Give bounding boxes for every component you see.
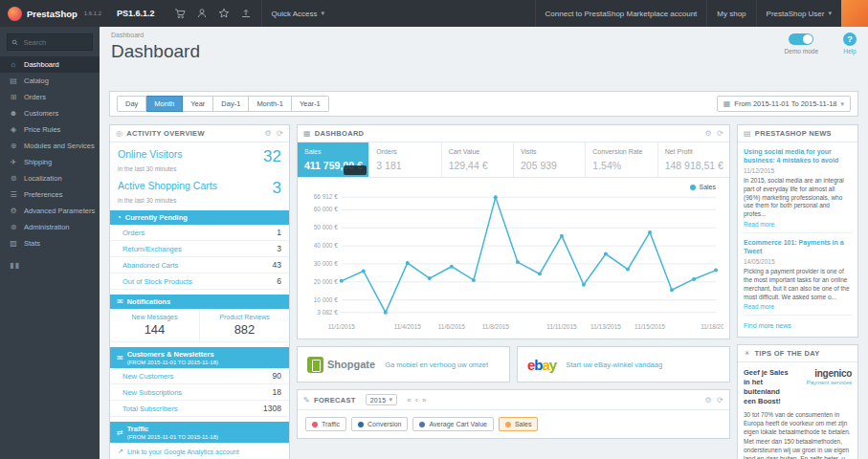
sidebar-item-modules[interactable]: ⊕Modules and Services xyxy=(0,138,100,154)
period-day-button[interactable]: Day xyxy=(117,96,146,112)
news-header-label: PRESTASHOP NEWS xyxy=(755,129,832,138)
period-month-1-button[interactable]: Month-1 xyxy=(249,96,292,112)
row-label: New Customers xyxy=(122,372,173,381)
star-icon[interactable] xyxy=(218,8,230,19)
kpi-value: 148 918,51 € xyxy=(665,160,723,171)
refresh-icon[interactable]: ⟳ xyxy=(717,396,723,404)
active-carts-stat[interactable]: Active Shopping Carts3 in the last 30 mi… xyxy=(110,174,289,206)
date-range-picker[interactable]: ▦ From 2015-11-01 To 2015-11-18 ▾ xyxy=(717,96,851,112)
forecast-sales-button[interactable]: Sales xyxy=(499,417,539,431)
forecast-conversion-button[interactable]: Conversion xyxy=(351,417,408,431)
gear-icon[interactable]: ⚙ xyxy=(265,129,272,138)
sidebar-item-administration[interactable]: ⊛Administration xyxy=(0,219,100,235)
find-more-news-link[interactable]: Find more news xyxy=(744,320,852,332)
kpi-visits[interactable]: Visits 205 939 xyxy=(514,142,586,177)
kpi-value: 205 939 xyxy=(521,160,578,171)
shop-name[interactable]: PS1.6.1.2 xyxy=(107,9,165,18)
sidebar-item-orders[interactable]: ⊞Orders xyxy=(0,89,100,105)
shopgate-link[interactable]: Ga mobiel en verhoog uw omzet xyxy=(385,361,488,369)
ebay-logo: ebay xyxy=(527,357,556,373)
sidebar-item-dashboard[interactable]: ⌂Dashboard xyxy=(0,56,100,73)
ebay-banner[interactable]: ebay Start uw eBay-winkel vandaag xyxy=(517,346,730,382)
first-page-icon[interactable]: « xyxy=(407,396,412,404)
my-shop-link[interactable]: My shop xyxy=(706,0,755,27)
total-subscribers-row[interactable]: Total Subscribers1308 xyxy=(110,401,289,417)
customer-icon[interactable] xyxy=(196,8,208,19)
new-customers-row[interactable]: New Customers90 xyxy=(110,368,289,384)
kpi-row: Sales 411 759,00 € Orders 3 181 Cart Val… xyxy=(298,142,729,178)
pending-returns-row[interactable]: Return/Exchanges3 xyxy=(110,241,289,257)
next-page-icon[interactable]: » xyxy=(422,396,427,404)
sidebar-item-stats[interactable]: ▨Stats xyxy=(0,235,100,251)
svg-text:11/8/2015: 11/8/2015 xyxy=(482,323,510,330)
news-item-title[interactable]: Ecommerce 101: Payments in a Tweet xyxy=(744,238,852,255)
traffic-icon: ⇄ xyxy=(117,428,123,437)
refresh-icon[interactable]: ⟳ xyxy=(277,129,283,138)
marketplace-link[interactable]: Connect to PrestaShop Marketplace accoun… xyxy=(535,0,707,27)
tips-header-label: TIPS OF THE DAY xyxy=(754,349,819,358)
upload-icon[interactable] xyxy=(240,8,252,19)
kpi-conversion-rate[interactable]: Conversion Rate 1.54% xyxy=(586,142,657,177)
sidebar-item-price-rules[interactable]: ◈Price Rules xyxy=(0,121,100,138)
prev-page-icon[interactable]: ‹ xyxy=(415,396,418,404)
calendar-icon: ▦ xyxy=(723,99,731,108)
sidebar-item-catalog[interactable]: ▤Catalog xyxy=(0,73,100,89)
home-icon: ⌂ xyxy=(9,60,18,69)
period-button-group: Day Month Year Day-1 Month-1 Year-1 xyxy=(117,96,329,112)
forecast-traffic-button[interactable]: Traffic xyxy=(305,417,346,431)
activity-icon: ◎ xyxy=(116,129,122,138)
ebay-link[interactable]: Start uw eBay-winkel vandaag xyxy=(566,361,662,369)
read-more-link[interactable]: Read more xyxy=(744,303,852,310)
out-of-stock-row[interactable]: Out of Stock Products6 xyxy=(110,273,289,290)
pending-orders-row[interactable]: Orders1 xyxy=(110,225,289,241)
sidebar-item-customers[interactable]: ☻Customers xyxy=(0,105,100,121)
new-messages-stat[interactable]: New Messages144 xyxy=(110,309,199,341)
news-item-title[interactable]: Using social media for your business: 4 … xyxy=(744,147,852,164)
search-input[interactable] xyxy=(21,37,88,48)
gear-icon[interactable]: ⚙ xyxy=(705,396,712,404)
svg-text:11/15/2015: 11/15/2015 xyxy=(634,323,665,330)
search-icon xyxy=(11,38,18,47)
sidebar-search[interactable] xyxy=(7,33,93,51)
prestashop-logo-icon xyxy=(8,7,22,21)
forecast-avg-cart-button[interactable]: Average Cart Value xyxy=(412,417,493,431)
sidebar-item-localization[interactable]: ⊚Localization xyxy=(0,170,100,186)
period-year-button[interactable]: Year xyxy=(183,96,213,112)
cart-icon[interactable] xyxy=(174,8,186,19)
breadcrumb[interactable]: Dashboard xyxy=(111,32,857,38)
abandoned-carts-row[interactable]: Abandoned Carts43 xyxy=(110,257,289,273)
collapse-menu-icon[interactable]: ▮▮ xyxy=(0,251,100,270)
kpi-sales[interactable]: Sales 411 759,00 € xyxy=(298,142,369,177)
forecast-year-select[interactable]: 2015 ▾ xyxy=(366,394,398,405)
online-visitors-stat[interactable]: Online Visitors32 in the last 30 minutes xyxy=(110,142,289,174)
read-more-link[interactable]: Read more xyxy=(744,221,852,228)
sidebar-item-shipping[interactable]: ✈Shipping xyxy=(0,154,100,170)
gear-icon[interactable]: ⚙ xyxy=(705,129,712,138)
prestashop-logo[interactable]: PrestaShop 1.6.1.2 xyxy=(0,7,107,21)
shopgate-banner[interactable]: Shopgate Ga mobiel en verhoog uw omzet xyxy=(297,346,510,382)
svg-text:60 000 €: 60 000 € xyxy=(314,206,338,212)
quick-access-dropdown[interactable]: Quick Access ▾ xyxy=(261,0,335,27)
new-subscriptions-row[interactable]: New Subscriptions18 xyxy=(110,384,289,401)
external-link-icon: ↗ xyxy=(118,448,123,455)
period-year-1-button[interactable]: Year-1 xyxy=(292,96,329,112)
demo-mode-toggle[interactable] xyxy=(789,33,813,45)
help-icon[interactable]: ? xyxy=(843,33,857,46)
product-reviews-stat[interactable]: Product Reviews882 xyxy=(199,309,289,341)
avatar[interactable] xyxy=(841,0,868,27)
kpi-value: 3 181 xyxy=(376,160,434,171)
period-month-button[interactable]: Month xyxy=(146,96,183,112)
sales-chart-area: Sales 3 082 €10 000 €20 000 €30 000 €40 … xyxy=(298,178,729,339)
kpi-net-profit[interactable]: Net Profit 148 918,51 € xyxy=(658,142,729,177)
sidebar-item-preferences[interactable]: ☰Preferences xyxy=(0,186,100,203)
sidebar-item-advanced-parameters[interactable]: ⚙Advanced Parameters xyxy=(0,203,100,219)
chevron-down-icon: ▾ xyxy=(322,10,325,17)
refresh-icon[interactable]: ⟳ xyxy=(717,129,723,138)
google-analytics-link[interactable]: ↗ Link to your Google Analytics account xyxy=(110,443,289,459)
chart-legend[interactable]: Sales xyxy=(690,184,716,190)
kpi-cart-value[interactable]: Cart Value 129,44 € xyxy=(442,142,514,177)
user-menu[interactable]: PrestaShop User ▾ xyxy=(756,0,841,27)
help-control[interactable]: ? Help xyxy=(843,33,857,55)
period-day-1-button[interactable]: Day-1 xyxy=(213,96,249,112)
kpi-orders[interactable]: Orders 3 181 xyxy=(369,142,441,177)
